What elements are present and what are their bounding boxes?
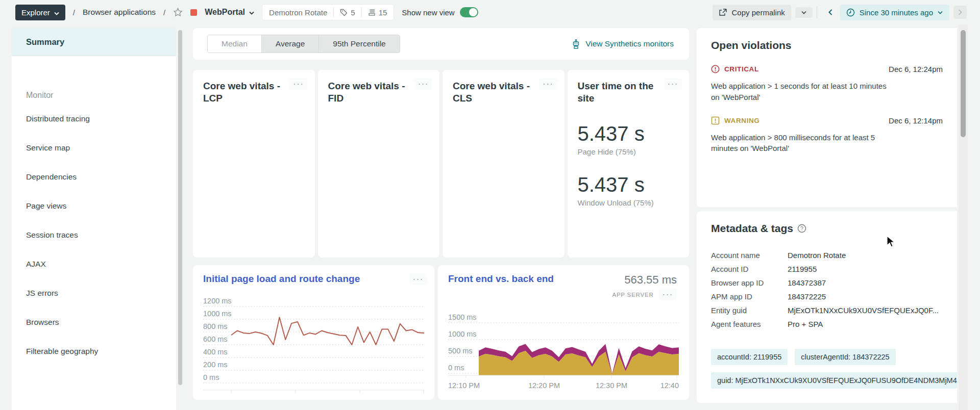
page-hide-value: 5.437 s bbox=[578, 122, 679, 145]
sidebar-item-ajax[interactable]: AJAX bbox=[12, 249, 176, 278]
sidebar-item-browsers[interactable]: Browsers bbox=[12, 308, 176, 337]
card-menu-button[interactable]: ··· bbox=[664, 78, 682, 90]
sidebar-item-js-errors[interactable]: JS errors bbox=[12, 278, 176, 308]
sidebar: Summary Monitor Distributed tracing Serv… bbox=[12, 28, 176, 410]
robot-icon bbox=[572, 39, 580, 49]
copy-permalink-button[interactable]: Copy permalink bbox=[713, 5, 791, 20]
view-synthetics-monitors-link[interactable]: View Synthetics monitors bbox=[572, 39, 674, 49]
violation-critical[interactable]: CRITICAL Dec 6, 12:24pm Web application … bbox=[711, 65, 943, 103]
fid-label: First Input Delay (75%) bbox=[335, 235, 423, 241]
svg-text:0 ms: 0 ms bbox=[448, 364, 464, 372]
billboard-cls: 0.00154 Cumulative Layout Shift (75%) bbox=[453, 131, 554, 247]
sidebar-item-session-traces[interactable]: Session traces bbox=[12, 220, 176, 249]
instances-count[interactable]: 15 bbox=[368, 8, 387, 17]
tag-guid[interactable]: guid: MjExOTk1NXxCUk9XU0VSfEFQUExJQ0FUSU… bbox=[711, 372, 957, 389]
show-new-view-label: Show new view bbox=[402, 8, 454, 17]
meta-value-entity-guid: MjExOTk1NXxCUk9XU0VSfEFQUExJQ0F... bbox=[788, 306, 943, 315]
violation-message: Web application > 1 seconds for at least… bbox=[711, 81, 890, 103]
initial-page-load-chart-title-link[interactable]: Initial page load and route change bbox=[203, 273, 360, 285]
cls-value: 0.00154 bbox=[460, 214, 547, 234]
front-vs-back-area-chart[interactable]: 1500 ms1000 ms500 ms0 ms12:10 PM12:20 PM… bbox=[448, 308, 679, 398]
meta-label: Agent features bbox=[711, 320, 788, 328]
divider bbox=[333, 8, 334, 17]
entity-meta-pill: Demotron Rotate 5 15 bbox=[262, 4, 394, 20]
sidebar-item-distributed-tracing[interactable]: Distributed tracing bbox=[12, 104, 176, 133]
card-menu-button[interactable]: ··· bbox=[409, 273, 427, 285]
explorer-dropdown-button[interactable]: Explorer bbox=[15, 5, 65, 20]
card-title: Core web vitals - FID bbox=[328, 80, 410, 105]
page-scrollbar-thumb[interactable] bbox=[961, 30, 966, 137]
warning-icon bbox=[711, 116, 720, 125]
open-violations-title: Open violations bbox=[711, 39, 943, 52]
charts-row: Initial page load and route change ··· 1… bbox=[193, 265, 689, 400]
initial-page-load-line-chart[interactable]: 1200 ms1000 ms800 ms600 ms400 ms200 ms0 … bbox=[203, 292, 424, 396]
main-column: Median Average 95th Percentile View Synt… bbox=[193, 28, 689, 410]
card-title: Core web vitals - LCP bbox=[203, 80, 285, 105]
severity-label: WARNING bbox=[724, 117, 760, 124]
time-back-button[interactable] bbox=[825, 6, 836, 18]
meta-label: APM app ID bbox=[711, 292, 788, 301]
svg-text:1200 ms: 1200 ms bbox=[203, 297, 232, 305]
card-menu-button[interactable]: ··· bbox=[414, 78, 432, 90]
violation-warning[interactable]: WARNING Dec 6, 12:14pm Web application >… bbox=[711, 116, 943, 155]
chevron-down-icon bbox=[249, 8, 254, 17]
sidebar-item-service-map[interactable]: Service map bbox=[12, 133, 176, 162]
tab-95th-percentile[interactable]: 95th Percentile bbox=[319, 35, 399, 53]
meta-value-account-id: 2119955 bbox=[788, 265, 943, 273]
card-user-time-on-site: User time on the site ··· 5.437 s Page H… bbox=[568, 70, 690, 258]
time-range-picker[interactable]: Since 30 minutes ago bbox=[840, 5, 949, 20]
content-area: Summary Monitor Distributed tracing Serv… bbox=[12, 28, 980, 410]
favorite-star-icon[interactable] bbox=[173, 8, 183, 17]
permalink-options-button[interactable] bbox=[795, 7, 813, 18]
breadcrumb-browser-applications[interactable]: Browser applications bbox=[83, 8, 156, 17]
tab-median[interactable]: Median bbox=[208, 35, 262, 53]
meta-value-apm-app-id: 184372225 bbox=[788, 292, 943, 301]
svg-text:200 ms: 200 ms bbox=[203, 361, 228, 369]
breadcrumb-separator: / bbox=[73, 8, 75, 17]
entity-name-label: WebPortal bbox=[205, 8, 245, 17]
card-menu-button[interactable]: ··· bbox=[539, 78, 557, 90]
page-hide-label: Page Hide (75%) bbox=[578, 147, 679, 156]
toggle-knob bbox=[469, 8, 477, 16]
window-unload-label: Window Unload (75%) bbox=[578, 198, 679, 207]
cls-label: Cumulative Layout Shift (75%) bbox=[460, 235, 547, 241]
tags-count[interactable]: 5 bbox=[340, 8, 355, 17]
meta-value-account-name: Demotron Rotate bbox=[788, 251, 943, 260]
sidebar-item-summary[interactable]: Summary bbox=[12, 28, 176, 56]
sidebar-item-filterable-geography[interactable]: Filterable geography bbox=[12, 337, 176, 366]
page-scrollbar-track[interactable] bbox=[959, 24, 968, 410]
svg-text:400 ms: 400 ms bbox=[203, 348, 228, 356]
explorer-label: Explorer bbox=[21, 8, 50, 17]
chevron-down-icon bbox=[938, 11, 943, 14]
divider bbox=[817, 6, 817, 18]
divider bbox=[361, 8, 362, 17]
percentile-tabs-panel: Median Average 95th Percentile View Synt… bbox=[193, 28, 689, 60]
card-menu-button[interactable]: ··· bbox=[659, 289, 677, 300]
tags-list: accountId: 2119955 clusterAgentId: 18437… bbox=[711, 349, 943, 389]
show-new-view-toggle[interactable] bbox=[460, 7, 478, 17]
front-vs-back-chart-title-link[interactable]: Front end vs. back end bbox=[448, 273, 554, 285]
entity-selector-webportal[interactable]: WebPortal bbox=[205, 8, 254, 17]
billboard-fid: 20.25 ms First Input Delay (75%) bbox=[328, 131, 430, 247]
time-forward-button-disabled[interactable] bbox=[953, 6, 967, 19]
app-server-label: APP SERVER bbox=[612, 292, 653, 298]
meta-value-browser-app-id: 184372387 bbox=[788, 278, 943, 287]
svg-text:12:20 PM: 12:20 PM bbox=[528, 381, 560, 390]
sidebar-item-page-views[interactable]: Page views bbox=[12, 191, 176, 220]
meta-label: Account ID bbox=[711, 265, 788, 273]
svg-text:12:10 PM: 12:10 PM bbox=[448, 381, 480, 390]
tag-account-id[interactable]: accountId: 2119955 bbox=[711, 349, 788, 365]
metadata-table: Account nameDemotron Rotate Account ID21… bbox=[711, 251, 943, 328]
help-icon[interactable]: ? bbox=[797, 224, 806, 233]
sidebar-item-dependencies[interactable]: Dependencies bbox=[12, 162, 176, 191]
metadata-tags-panel: Metadata & tags ? Account nameDemotron R… bbox=[697, 211, 957, 403]
svg-text:0 ms: 0 ms bbox=[203, 373, 219, 381]
sidebar-scrollbar-thumb[interactable] bbox=[178, 30, 182, 385]
card-title: User time on the site bbox=[578, 80, 659, 105]
sidebar-section-monitor: Monitor bbox=[26, 91, 176, 100]
meta-label: Entity guid bbox=[711, 306, 788, 315]
card-menu-button[interactable]: ··· bbox=[289, 78, 307, 90]
clock-icon bbox=[846, 8, 855, 17]
tag-cluster-agent-id[interactable]: clusterAgentId: 184372225 bbox=[795, 349, 895, 365]
tab-average[interactable]: Average bbox=[262, 35, 319, 53]
